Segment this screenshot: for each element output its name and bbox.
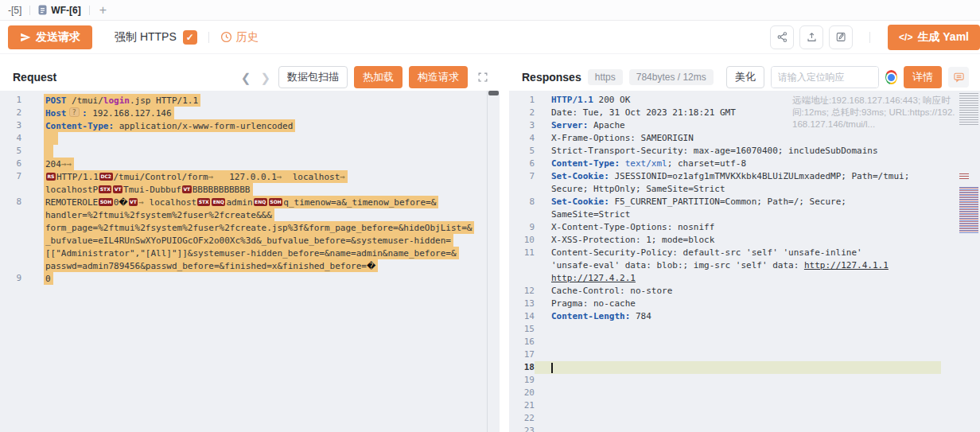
code-line[interactable]: 5Strict-Transport-Security: max-age=1607… [509,145,980,158]
line-number [509,259,535,272]
request-scrollbar-thumb[interactable] [488,91,499,95]
code-line[interactable]: 22 [509,412,980,425]
line-number: 17 [509,348,535,361]
response-meta-info: 远端地址:192.168.127.146:443; 响应时间:12ms; 总耗时… [792,95,956,130]
build-request-button[interactable]: 构造请求 [409,66,468,88]
line-number [0,259,21,272]
search-button[interactable] [878,67,879,88]
code-line[interactable]: form_page=%2ftmui%2fsystem%2fuser%2fcrea… [0,221,500,234]
line-number [0,183,21,196]
code-line[interactable]: 3Content-Type: application/x-www-form-ur… [0,119,500,132]
code-line[interactable]: Secure; HttpOnly; SameSite=Strict [509,183,980,196]
line-number: 1 [509,94,535,107]
code-line[interactable]: 4X-Frame-Options: SAMEORIGIN [509,132,980,145]
code-line[interactable]: handler=%2ftmui%2fsystem%2fuser%2fcreate… [0,208,500,221]
line-number [0,208,21,221]
code-line[interactable]: 20 [509,387,980,399]
code-line[interactable]: 10X-XSS-Protection: 1; mode=block [509,234,980,247]
export-button[interactable] [799,25,823,49]
edit-button[interactable] [829,25,853,49]
code-line[interactable]: 13Pragma: no-cache [509,298,980,310]
search-input[interactable] [772,67,878,88]
upload-icon [806,31,818,43]
line-number: 7 [509,170,535,183]
code-line[interactable]: 7RSHTTP/1.1DC2/tmui/Control/form→ 127.0.… [0,170,500,183]
tab-bar: -[5] WF-[6] + [0,0,980,21]
beautify-button[interactable]: 美化 [726,66,764,88]
code-line[interactable]: 21 [509,399,980,412]
code-line[interactable]: 9X-Content-Type-Options: nosniff [509,221,980,234]
response-title: Responses [522,71,581,84]
hot-reload-button[interactable]: 热加载 [354,66,402,88]
code-line[interactable]: 18 [509,361,980,374]
code-line[interactable]: 6Content-Type: text/xml; charset=utf-8 [509,158,980,170]
code-line[interactable]: 7Set-Cookie: JSESSIONID=oz1afg1mTMVKXkbk… [509,170,980,183]
code-line[interactable]: [["Administrator","[All]"]]&systemuser-h… [0,247,500,259]
line-number: 20 [509,387,535,399]
line-number: 1 [0,94,21,107]
line-number: 5 [509,145,535,158]
code-line[interactable]: 23 [509,425,980,432]
force-https-label: 强制 HTTPS [115,30,177,45]
new-tab-button[interactable]: + [90,3,116,18]
code-line[interactable]: 5 [0,145,500,158]
generate-yaml-label: 生成 Yaml [917,30,969,45]
open-in-chrome-icon[interactable] [885,70,897,84]
request-panel: Request ❮ ❯ 数据包扫描 热加载 构造请求 1POST /tmui/l… [0,64,500,432]
line-number: 2 [509,107,535,119]
code-line[interactable]: 2Host?: 192.168.127.146 [0,107,500,119]
request-scrollbar-track [487,91,488,432]
chat-bubble-icon [953,72,965,84]
code-line[interactable]: SameSite=Strict [509,208,980,221]
code-line[interactable]: 8Set-Cookie: F5_CURRENT_PARTITION=Common… [509,196,980,208]
line-number [509,208,535,221]
tab-prev-session[interactable]: -[5] [0,5,29,16]
line-number: 3 [0,119,21,132]
force-https-checkbox[interactable]: ✓ [183,30,197,45]
history-button[interactable]: 历史 [220,30,259,45]
code-line[interactable]: passwd=admin789456&passwd_before=&finish… [0,259,500,272]
tab-label: -[5] [8,5,21,16]
line-number: 16 [509,336,535,348]
code-line[interactable]: _bufvalue=eIL4RUnSwXYoPUIOGcOFx2o00Xc%3d… [0,234,500,247]
line-number: 18 [509,361,535,374]
details-button[interactable]: 详情 [904,66,942,88]
line-number [0,221,21,234]
comment-button[interactable] [948,67,969,88]
response-editor[interactable]: 远端地址:192.168.127.146:443; 响应时间:12ms; 总耗时… [509,91,980,432]
tab-wf-6[interactable]: WF-[6] [30,5,88,16]
share-button[interactable] [770,25,794,49]
minimap[interactable] [959,91,978,432]
code-line[interactable]: 6204→→ [0,158,500,170]
generate-yaml-button[interactable]: </> 生成 Yaml [888,25,980,50]
text-cursor [551,363,553,373]
request-editor[interactable]: 1POST /tmui/login.jsp HTTP/1.12Host?: 19… [0,91,500,432]
code-line[interactable]: 11Content-Security-Policy: default-src '… [509,247,980,259]
send-request-button[interactable]: 发送请求 [8,25,92,49]
code-line[interactable]: 16 [509,336,980,348]
line-number: 14 [509,310,535,323]
chevron-right-icon[interactable]: ❯ [259,72,272,84]
code-line[interactable]: 15 [509,323,980,336]
packet-scan-button[interactable]: 数据包扫描 [278,66,348,88]
request-title: Request [13,71,56,84]
chevron-left-icon[interactable]: ❮ [239,72,253,84]
code-line[interactable]: localhostPSTXVTTmui-DubbufVTBBBBBBBBBBB [0,183,500,196]
code-line[interactable]: 4 [0,132,500,145]
tab-label: WF-[6] [51,5,80,16]
line-number [0,234,21,247]
line-number: 9 [0,272,21,285]
code-line[interactable]: 12Cache-Control: no-store [509,285,980,298]
fullscreen-icon[interactable] [477,72,488,83]
code-line[interactable]: 19 [509,374,980,387]
code-line[interactable]: 14Content-Length: 784 [509,310,980,323]
request-header: Request ❮ ❯ 数据包扫描 热加载 构造请求 [0,64,500,91]
code-line[interactable]: 'unsafe-eval' data: blob:; img-src 'self… [509,259,980,272]
code-line[interactable]: 17 [509,348,980,361]
line-number [509,272,535,285]
code-line[interactable]: 1POST /tmui/login.jsp HTTP/1.1 [0,94,500,107]
code-line[interactable]: 90 [0,272,500,285]
code-line[interactable]: 8REMOTEROLESOH0�VT→ localhostSTXENQadmin… [0,196,500,208]
clock-icon [220,31,232,43]
code-line[interactable]: http://127.4.2.1 [509,272,980,285]
